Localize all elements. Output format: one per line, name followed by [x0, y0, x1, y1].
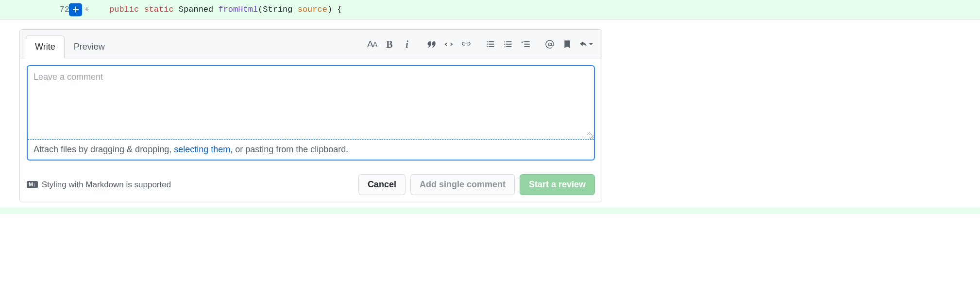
comment-textarea[interactable] [28, 66, 594, 139]
tab-write-label: Write [35, 42, 55, 52]
code-token-keyword: public [109, 5, 139, 14]
comment-form-container: Write Preview AA B i [0, 19, 980, 207]
comment-tabs: Write Preview [26, 36, 114, 58]
code-icon [444, 39, 454, 49]
code-token-punct: ( [258, 5, 263, 14]
bold-button[interactable]: B [384, 39, 395, 50]
toolbar-group-misc [544, 39, 593, 50]
reply-icon [579, 40, 588, 49]
add-single-comment-label: Add single comment [420, 179, 506, 189]
tab-preview-label: Preview [74, 42, 105, 52]
start-review-label: Start a review [529, 179, 586, 189]
markdown-hint-text: Styling with Markdown is supported [42, 180, 171, 190]
code-token-punct: { [332, 5, 342, 14]
code-token-keyword: static [144, 5, 173, 14]
bookmark-icon [563, 40, 572, 49]
attach-hint-after: , or pasting from the clipboard. [230, 144, 348, 154]
list-unordered-icon [486, 39, 495, 49]
code-content: public static Spanned fromHtml(String so… [90, 5, 342, 14]
unordered-list-button[interactable] [485, 39, 496, 50]
attach-files-hint[interactable]: Attach files by dragging & dropping, sel… [28, 139, 594, 160]
tab-preview[interactable]: Preview [65, 36, 114, 58]
resize-handle-icon[interactable] [586, 132, 592, 138]
quote-button[interactable] [426, 39, 437, 50]
add-single-comment-button[interactable]: Add single comment [410, 174, 515, 195]
markdown-help-link[interactable]: M↓ Styling with Markdown is supported [27, 180, 171, 190]
italic-button[interactable]: i [402, 39, 412, 50]
mention-icon [545, 39, 555, 49]
comment-textarea-wrap: Attach files by dragging & dropping, sel… [27, 65, 595, 161]
saved-reply-button[interactable] [562, 39, 573, 50]
task-list-icon [521, 39, 530, 49]
line-number: 72 [60, 5, 69, 14]
cancel-button-label: Cancel [368, 179, 396, 189]
heading-button[interactable]: AA [367, 39, 377, 50]
code-button[interactable] [443, 39, 454, 50]
reply-button[interactable] [579, 39, 593, 50]
comment-form: Write Preview AA B i [19, 29, 602, 202]
comment-actions: M↓ Styling with Markdown is supported Ca… [20, 167, 602, 202]
quote-icon [426, 39, 436, 49]
list-ordered-icon [503, 39, 513, 49]
add-line-comment-button[interactable] [69, 3, 82, 16]
attach-select-link[interactable]: selecting them [174, 144, 230, 154]
code-token-function: fromHtml [218, 5, 258, 14]
comment-tabnav: Write Preview AA B i [20, 30, 602, 58]
cancel-button[interactable]: Cancel [358, 174, 406, 195]
markdown-icon: M↓ [27, 181, 38, 188]
toolbar-group-text: AA B i [367, 39, 412, 50]
attach-hint-before: Attach files by dragging & dropping, [34, 144, 174, 154]
code-token-punct: ) [327, 5, 332, 14]
mention-button[interactable] [544, 39, 555, 50]
diff-stripe [0, 207, 980, 214]
code-token-type: Spanned [179, 5, 213, 14]
caret-down-icon [589, 42, 593, 46]
markdown-toolbar: AA B i [367, 39, 596, 54]
code-token-type: String [263, 5, 292, 14]
task-list-button[interactable] [520, 39, 531, 50]
toolbar-group-lists [485, 39, 531, 50]
comment-body: Attach files by dragging & dropping, sel… [20, 58, 602, 167]
start-review-button[interactable]: Start a review [520, 174, 595, 195]
code-token-param: source [298, 5, 327, 14]
link-button[interactable] [461, 39, 472, 50]
tab-write[interactable]: Write [26, 36, 65, 58]
ordered-list-button[interactable] [503, 39, 513, 50]
link-icon [461, 39, 471, 49]
line-number-cell: 72 [0, 5, 75, 14]
toolbar-group-insert [426, 39, 472, 50]
diff-line-added: 72 + public static Spanned fromHtml(Stri… [0, 0, 980, 19]
plus-icon [72, 6, 80, 14]
